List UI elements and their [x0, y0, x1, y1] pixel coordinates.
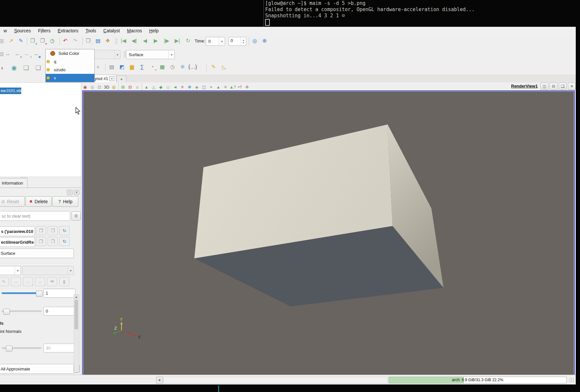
next-frame-icon[interactable]: |▶ [163, 37, 170, 45]
menu-extractors[interactable]: Extractors [54, 27, 82, 34]
line-width-slider-handle[interactable] [3, 309, 10, 315]
select-cells-rect-icon[interactable]: ▲ [143, 84, 150, 90]
pipeline-source-item[interactable]: ew.0101.vtk [0, 88, 21, 94]
scrollbar-thumb[interactable] [74, 300, 78, 329]
panel-representation-combo[interactable]: Surface [0, 249, 74, 258]
histogram-icon[interactable]: ▆ [128, 63, 136, 71]
menu-filters[interactable]: Filters [35, 27, 54, 34]
mode-3d-label[interactable]: 3D [103, 84, 110, 90]
last-frame-icon[interactable]: ▶| [173, 37, 181, 45]
render-viewport[interactable]: Y X Z [82, 90, 575, 376]
component-combo-2[interactable]: ▾ [22, 266, 74, 275]
help-button[interactable]: ? Help [52, 196, 78, 207]
close-panel-button[interactable]: ✕ [74, 190, 79, 195]
representation-combo[interactable]: Surface ▾ [126, 50, 175, 59]
color-option-uzudo[interactable]: uzudo [46, 66, 94, 74]
feature-angle-slider-handle[interactable] [6, 346, 12, 351]
menu-macros[interactable]: Macros [123, 27, 146, 34]
cancel-progress-button[interactable]: ✖ [156, 377, 163, 384]
glyph-filter-icon[interactable]: ✻ [179, 63, 186, 71]
query-points-icon[interactable]: •? [236, 84, 243, 90]
edit-color-map-icon[interactable]: ✎ [0, 277, 9, 286]
zoom-out-icon[interactable]: ◎ [251, 37, 259, 45]
delete-button[interactable]: ✖ Delete [25, 196, 52, 207]
rescale-temporal-icon[interactable]: ↔t [23, 50, 31, 58]
integrate-variables-icon[interactable]: ∑ [138, 63, 146, 71]
rescale-data-range-icon[interactable]: ↔ [4, 50, 12, 58]
programmable-filter-icon[interactable]: {…} [189, 63, 197, 71]
undo-icon[interactable]: ↶ [61, 37, 69, 45]
color-by-combo[interactable]: ▾ [0, 266, 21, 275]
zoom-in-icon[interactable]: ⊕ [261, 37, 268, 45]
rescale-visible-icon[interactable]: ↔◉ [32, 50, 40, 58]
color-option-q[interactable]: q [46, 57, 94, 66]
time-combo[interactable]: 0 ▾ [206, 37, 225, 46]
reset-button[interactable]: ⊘ Reset [0, 196, 25, 207]
select-points-rect-icon[interactable]: △ [150, 84, 157, 90]
frame-spinbox[interactable]: 0 ▲▼ [229, 37, 246, 46]
hover-point-icon[interactable]: ⌖ [208, 84, 215, 90]
split-vertical-icon[interactable]: ⊟ [550, 83, 557, 90]
remove-probe-icon[interactable]: ⊟ [127, 84, 134, 90]
menu-w[interactable]: w [0, 27, 10, 34]
play-reverse-icon[interactable]: ◀ [141, 37, 149, 45]
toolbar-drag-handle[interactable] [123, 51, 126, 57]
pipeline-browser[interactable]: ew.0101.vtk [0, 82, 81, 177]
color-option-solid-color[interactable]: Solid Color [46, 49, 94, 57]
rescale-temporal-icon[interactable]: ↔t [35, 277, 45, 286]
close-view-icon[interactable]: ✕ [568, 83, 576, 90]
selection-view-icon[interactable]: ◩ [118, 63, 126, 71]
interact-move-icon[interactable]: ↗ [7, 37, 15, 45]
query-cells-icon[interactable]: ▲? [229, 84, 236, 90]
float-panel-button[interactable]: □ [67, 190, 72, 195]
split-horizontal-icon[interactable]: ◫ [540, 83, 548, 90]
freeze-selection-icon[interactable]: ◫ [201, 84, 207, 90]
palette-icon[interactable]: ❖ [104, 37, 112, 45]
rescale-range-icon[interactable]: ↔ [11, 277, 21, 286]
feature-angle-value[interactable]: 30 [43, 344, 75, 352]
toggle-ruler-icon[interactable]: ± [134, 84, 141, 90]
tab-information[interactable]: Information [0, 178, 27, 188]
sphere-source-icon[interactable]: ◉ [9, 63, 19, 72]
grow-selection-icon[interactable]: ✚ [244, 84, 250, 90]
loop-icon[interactable]: ↻ [184, 37, 192, 45]
search-options-button[interactable]: ⚙ [72, 211, 81, 220]
protractor-icon[interactable]: ◺ [220, 63, 228, 71]
close-tab-icon[interactable]: ✕ [109, 76, 114, 81]
menu-tools[interactable]: Tools [82, 27, 100, 34]
menu-help[interactable]: Help [146, 27, 162, 34]
add-probe-icon[interactable]: ⊞ [120, 84, 126, 90]
zoom-to-selection-icon[interactable]: ◈ [193, 84, 200, 90]
disconnect-server-icon[interactable]: ❒● [39, 37, 46, 45]
spin-arrows-icon[interactable]: ▲▼ [241, 37, 246, 45]
play-icon[interactable]: ▶ [152, 37, 160, 45]
maximize-icon[interactable]: ❑ [559, 83, 567, 90]
copy-icon[interactable]: ❐ [36, 237, 46, 246]
interactive-select-cells-icon[interactable]: ✳ [179, 84, 186, 90]
copy-icon[interactable]: ❐ [36, 226, 46, 235]
color-map-icon[interactable]: ▤ [94, 37, 102, 45]
view-title[interactable]: RenderView1 [511, 84, 538, 89]
previous-frame-icon[interactable]: ◀| [130, 37, 138, 45]
select-points-poly-icon[interactable]: ◇ [165, 84, 171, 90]
slice-filter-icon[interactable]: ❑ [34, 63, 43, 72]
first-frame-icon[interactable]: |◀ [120, 37, 127, 45]
search-input[interactable]: sc to clear text) [0, 211, 70, 221]
paste-icon[interactable]: ❒ [48, 237, 58, 246]
scroll-up-icon[interactable]: ▲ [74, 295, 78, 299]
resize-grip[interactable] [569, 378, 574, 382]
clipped-icon[interactable]: ▨ [0, 37, 5, 45]
menu-sources[interactable]: Sources [10, 27, 34, 34]
plot-matrix-icon[interactable]: ▦ [158, 63, 166, 71]
rescale-custom-range-icon[interactable]: ↔c [13, 50, 21, 58]
new-layout-tab[interactable]: + [117, 75, 126, 82]
terminal-window[interactable]: [glow@arch ~]$ maim -s -d 5 >b.png Faile… [0, 0, 580, 27]
ruler-icon[interactable]: ✎ [210, 63, 218, 71]
save-screenshot-icon[interactable]: ◉ [82, 84, 89, 90]
glyph-disabled-icon[interactable]: ● [94, 63, 102, 71]
export-scene-icon[interactable]: ❒↑ [84, 37, 92, 45]
menu-catalyst[interactable]: Catalyst [100, 27, 123, 34]
opacity-slider[interactable] [2, 292, 41, 294]
history-icon[interactable]: ◷ [48, 37, 56, 45]
zoom-box-icon[interactable]: ◍ [110, 84, 117, 90]
